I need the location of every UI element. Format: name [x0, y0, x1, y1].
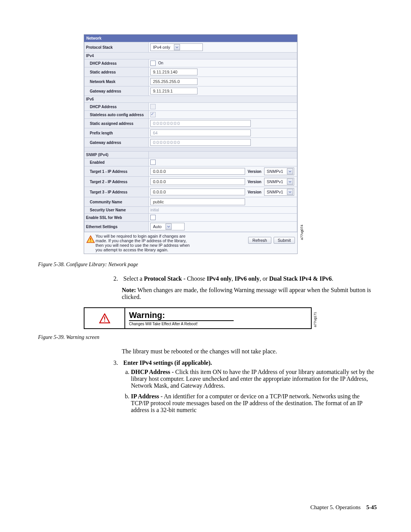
snmp-target3-version-dropdown[interactable]: SNMPv1: [264, 188, 294, 196]
ipv6-stateless-label: Stateless auto config address: [84, 111, 149, 119]
snmp-target1-ip[interactable]: 0.0.0.0: [150, 168, 245, 175]
eth-dropdown[interactable]: Auto: [150, 223, 185, 230]
snmp-section: SNMP (IPv4): [84, 152, 149, 158]
ipv6-gw-input[interactable]: 0:0:0:0:0:0:0:0: [150, 139, 251, 146]
svg-rect-0: [90, 238, 91, 240]
svg-rect-2: [104, 316, 105, 320]
note: Note: When changes are made, the followi…: [122, 287, 377, 300]
community-input[interactable]: public: [150, 198, 245, 205]
snmp-target2-version: SNMPv1: [267, 179, 283, 184]
ipv6-gw-label: Gateway address: [84, 138, 149, 147]
reboot-note: The library must be rebooted or the chan…: [122, 347, 377, 356]
eth-value: Auto: [153, 224, 162, 229]
ipv4-dhcp-text: On: [158, 61, 163, 65]
svg-rect-3: [104, 320, 105, 321]
page-footer: Chapter 5. Operations 5-45: [310, 504, 377, 511]
chevron-down-icon: [287, 189, 293, 195]
figure-side-label: a77ug171: [313, 312, 317, 327]
snmp-enabled-label: Enabled: [84, 158, 149, 166]
protocol-stack-label: Protocol Stack: [84, 42, 149, 53]
snmp-target2-ip[interactable]: 0.0.0.0: [150, 178, 245, 185]
ipv4-dhcp-checkbox[interactable]: [150, 61, 156, 66]
ipv4-gw-label: Gateway address: [84, 86, 149, 96]
community-label: Community Name: [84, 197, 149, 207]
step-3b: IP Address - An identifier for a compute…: [131, 393, 377, 414]
warning-icon: [86, 235, 95, 243]
ipv6-prefix-label: Prefix length: [84, 128, 149, 138]
ipv4-static-input[interactable]: 9.11.219.140: [150, 69, 198, 75]
ipv4-dhcp-label: DHCP Address: [84, 59, 149, 67]
snmp-target3-ip[interactable]: 0.0.0.0: [150, 189, 245, 195]
snmp-target2-vlabel: Version: [246, 180, 263, 184]
refresh-button[interactable]: Refresh: [248, 237, 271, 244]
chevron-down-icon: [174, 44, 180, 50]
ipv6-prefix-input[interactable]: 64: [150, 129, 251, 136]
ipv6-static-input[interactable]: 0:0:0:0:0:0:0:0: [150, 120, 251, 127]
figure-38-caption: Figure 5-38. Configure Library: Network …: [38, 262, 377, 268]
ipv4-section: IPv4: [84, 53, 297, 59]
figure-39-caption: Figure 5-39. Warning screen: [38, 334, 377, 340]
network-figure: Network Protocol Stack IPv4 only IPv4 DH…: [84, 34, 298, 254]
network-header: Network: [84, 35, 297, 42]
ipv6-dhcp-label: DHCP Address: [84, 103, 149, 111]
ipv4-mask-label: Network Mask: [84, 77, 149, 86]
snmp-target2-version-dropdown[interactable]: SNMPv1: [264, 178, 294, 185]
page: Network Protocol Stack IPv4 only IPv4 DH…: [0, 0, 411, 532]
warning-subtext: Changes Will Take Effect After A Reboot!: [129, 322, 307, 326]
ipv4-gw-input[interactable]: 9.11.219.1: [150, 88, 198, 94]
warning-icon: [99, 313, 110, 323]
ssl-checkbox[interactable]: [150, 215, 156, 220]
ssl-label: Enable SSL for Web: [84, 214, 149, 222]
protocol-stack-value: IPv4 only: [153, 45, 170, 50]
ipv6-stateless-checkbox[interactable]: [150, 112, 156, 117]
snmp-target1-label: Target 1 - IP Address: [84, 166, 149, 177]
snmp-target1-version: SNMPv1: [267, 169, 283, 174]
network-footer-text: You will be required to login again if c…: [96, 234, 194, 252]
step-3a: DHCP Address - Click this item ON to hav…: [131, 369, 377, 389]
ipv6-static-label: Static assigned address: [84, 119, 149, 128]
step-3: 3. Enter IPv4 settings (if applicable). …: [122, 359, 377, 414]
ipv4-mask-input[interactable]: 255.255.255.0: [150, 78, 198, 85]
snmp-target1-vlabel: Version: [246, 169, 263, 174]
protocol-stack-dropdown[interactable]: IPv4 only: [150, 43, 203, 51]
snmp-target3-vlabel: Version: [246, 190, 263, 194]
secuser-label: Security User Name: [84, 207, 149, 214]
svg-rect-1: [90, 241, 91, 242]
warning-figure: Warning: Changes Will Take Effect After …: [84, 307, 312, 329]
snmp-target3-version: SNMPv1: [267, 190, 283, 194]
snmp-enabled-checkbox[interactable]: [150, 160, 156, 165]
ipv6-section: IPv6: [84, 96, 297, 103]
ipv6-dhcp-checkbox[interactable]: [150, 104, 156, 109]
secuser-value: initial: [150, 208, 159, 212]
protocol-stack-cell: IPv4 only: [149, 42, 297, 53]
ipv4-static-label: Static address: [84, 67, 149, 77]
snmp-target2-label: Target 2 - IP Address: [84, 177, 149, 187]
step-2: 2. Select a Protocol Stack - Choose IPv4…: [122, 275, 377, 300]
chevron-down-icon: [287, 179, 293, 185]
chevron-down-icon: [287, 168, 293, 174]
snmp-target3-label: Target 3 - IP Address: [84, 187, 149, 197]
network-footer: You will be required to login again if c…: [84, 232, 297, 254]
submit-button[interactable]: Submit: [274, 237, 295, 244]
figure-side-label: a77ug074: [300, 225, 304, 240]
snmp-target1-version-dropdown[interactable]: SNMPv1: [264, 168, 294, 175]
chevron-down-icon: [166, 224, 172, 230]
warning-title: Warning:: [129, 310, 234, 321]
eth-label: Ethernet Settings: [84, 222, 149, 232]
